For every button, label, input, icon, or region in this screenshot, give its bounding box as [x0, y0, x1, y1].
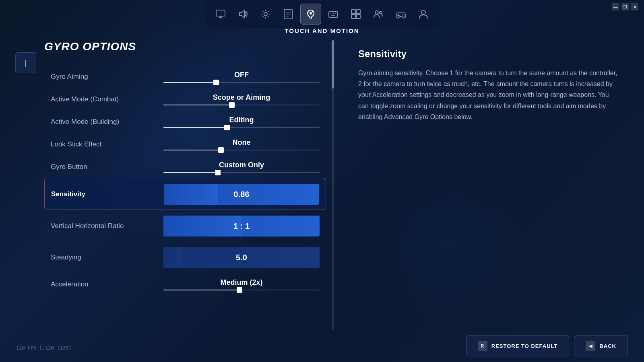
setting-row-gyro-aiming[interactable]: Gyro Aiming OFF [44, 65, 326, 88]
svg-point-4 [264, 12, 267, 16]
restore-icon: R [478, 341, 487, 351]
slider-active-mode-building[interactable] [163, 127, 320, 128]
svg-rect-16 [356, 10, 360, 14]
close-button[interactable]: ✕ [631, 3, 638, 10]
sidebar-toggle-button[interactable]: | [15, 52, 36, 73]
setting-control-vh-ratio: 1 : 1 [163, 216, 320, 237]
setting-label-gyro-button: Gyro Button [51, 163, 163, 171]
minimize-button[interactable]: — [612, 3, 619, 10]
restore-default-button[interactable]: R RESTORE TO DEFAULT [466, 335, 570, 356]
setting-control-acceleration: Medium (2x) [163, 278, 320, 290]
vh-ratio-bar[interactable]: 1 : 1 [163, 216, 320, 237]
nav-touch-motion[interactable] [300, 4, 321, 25]
setting-control-gyro-aiming: OFF [163, 71, 320, 83]
slider-fill [163, 172, 220, 173]
setting-label-gyro-aiming: Gyro Aiming [51, 73, 163, 81]
slider-active-mode-combat[interactable] [163, 104, 320, 105]
back-button[interactable]: ◀ BACK [574, 335, 628, 356]
slider-look-stick-effect[interactable] [163, 149, 320, 150]
svg-point-23 [402, 14, 404, 16]
page-title: TOUCH AND MOTION [285, 27, 359, 34]
settings-panel: GYRO OPTIONS Gyro Aiming OFF Ac [44, 40, 334, 330]
slider-fill [163, 127, 229, 128]
slider-thumb[interactable] [237, 287, 242, 293]
setting-control-gyro-button: Custom Only [163, 161, 320, 173]
nav-settings[interactable] [255, 4, 276, 25]
setting-control-active-mode-combat: Scope or Aiming [163, 93, 320, 105]
slider-thumb[interactable] [229, 102, 235, 108]
restore-label: RESTORE TO DEFAULT [491, 343, 558, 349]
svg-point-19 [375, 11, 378, 14]
slider-fill [163, 82, 218, 83]
top-navigation [0, 0, 644, 28]
settings-list: Gyro Aiming OFF Active Mode (Combat) Sco… [44, 65, 334, 295]
setting-row-active-mode-building[interactable]: Active Mode (Building) Editing [44, 110, 326, 133]
setting-row-steadying[interactable]: Steadying 5.0 [44, 241, 326, 273]
setting-value-look-stick-effect: None [233, 138, 251, 147]
nav-input[interactable] [278, 4, 299, 25]
slider-thumb[interactable] [224, 125, 230, 130]
setting-value-acceleration: Medium (2x) [220, 278, 262, 287]
nav-display[interactable] [210, 4, 231, 25]
nav-keyboard[interactable] [323, 4, 344, 25]
bottom-bar: R RESTORE TO DEFAULT ◀ BACK [0, 330, 644, 362]
setting-control-look-stick-effect: None [163, 138, 320, 150]
slider-bg [163, 172, 320, 173]
setting-control-sensitivity: 0.86 [164, 184, 319, 205]
nav-account[interactable] [413, 4, 434, 25]
setting-value-active-mode-combat: Scope or Aiming [213, 93, 270, 102]
setting-label-active-mode-building: Active Mode (Building) [51, 118, 163, 126]
nav-controller[interactable] [390, 4, 411, 25]
slider-acceleration[interactable] [163, 289, 320, 290]
setting-control-active-mode-building: Editing [163, 116, 320, 128]
setting-label-steadying: Steadying [51, 253, 163, 261]
svg-point-24 [404, 16, 405, 17]
slider-thumb[interactable] [213, 80, 219, 85]
slider-gyro-aiming[interactable] [163, 82, 320, 83]
info-panel: Sensitivity Gyro aiming sensitivity. Cho… [334, 40, 644, 330]
setting-value-active-mode-building: Editing [229, 116, 254, 124]
svg-point-20 [380, 11, 382, 14]
nav-parties[interactable] [368, 4, 389, 25]
info-panel-title: Sensitivity [358, 48, 620, 60]
scroll-track [332, 40, 334, 330]
svg-rect-17 [351, 14, 355, 19]
setting-row-vh-ratio[interactable]: Vertical Horizontal Ratio 1 : 1 [44, 210, 326, 241]
slider-bg [163, 82, 320, 83]
setting-row-acceleration[interactable]: Acceleration Medium (2x) [44, 273, 326, 295]
steadying-value: 5.0 [236, 253, 247, 262]
back-icon: ◀ [586, 341, 595, 351]
setting-label-vh-ratio: Vertical Horizontal Ratio [51, 222, 163, 230]
slider-bg [163, 150, 320, 150]
nav-icon-bar [205, 0, 439, 28]
slider-fill [163, 105, 234, 105]
svg-rect-0 [216, 10, 225, 16]
svg-point-9 [310, 12, 312, 14]
setting-row-gyro-button[interactable]: Gyro Button Custom Only [44, 155, 326, 178]
nav-layout[interactable] [345, 4, 366, 25]
slider-thumb[interactable] [218, 147, 224, 153]
vh-ratio-bar-fill [163, 216, 242, 237]
svg-marker-3 [239, 10, 244, 18]
setting-row-look-stick-effect[interactable]: Look Stick Effect None [44, 133, 326, 155]
vh-ratio-value: 1 : 1 [233, 222, 250, 231]
setting-value-gyro-button: Custom Only [219, 161, 264, 169]
sensitivity-bar[interactable]: 0.86 [164, 184, 319, 205]
restore-button[interactable]: ❐ [621, 3, 629, 10]
setting-label-sensitivity: Sensitivity [51, 190, 164, 198]
setting-row-sensitivity[interactable]: Sensitivity 0.86 [44, 178, 326, 210]
slider-fill [163, 150, 223, 150]
svg-rect-15 [351, 10, 355, 14]
slider-bg [163, 290, 320, 290]
slider-thumb[interactable] [215, 170, 221, 175]
slider-gyro-button[interactable] [163, 172, 320, 173]
main-content: GYRO OPTIONS Gyro Aiming OFF Ac [44, 40, 644, 330]
slider-bg [163, 105, 320, 105]
fps-counter: 120 FPS [,120 |120] [16, 345, 71, 351]
setting-label-acceleration: Acceleration [51, 280, 163, 288]
scroll-thumb[interactable] [332, 40, 334, 88]
steadying-bar[interactable]: 5.0 [163, 247, 320, 268]
info-panel-description: Gyro aiming sensitivity. Choose 1 for th… [358, 68, 620, 122]
nav-audio[interactable] [233, 4, 254, 25]
setting-row-active-mode-combat[interactable]: Active Mode (Combat) Scope or Aiming [44, 88, 326, 110]
